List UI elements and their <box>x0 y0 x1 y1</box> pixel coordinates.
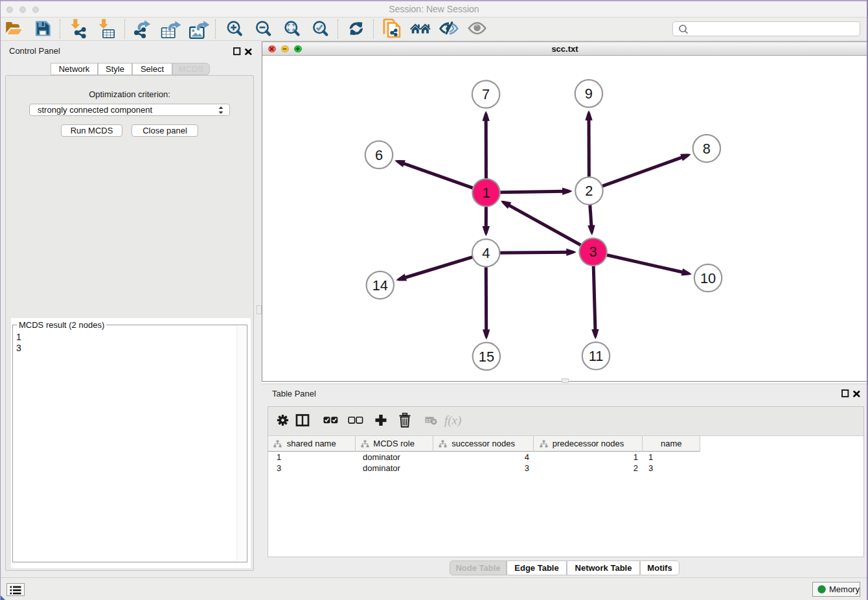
svg-text:8: 8 <box>703 141 711 157</box>
svg-text:3: 3 <box>589 244 597 260</box>
svg-text:1: 1 <box>482 185 490 201</box>
svg-text:4: 4 <box>482 245 490 261</box>
svg-text:15: 15 <box>479 349 494 365</box>
svg-text:9: 9 <box>585 86 593 102</box>
svg-text:2: 2 <box>585 183 593 199</box>
svg-text:11: 11 <box>589 348 604 364</box>
svg-text:7: 7 <box>482 86 490 102</box>
svg-text:f(x): f(x) <box>444 413 461 428</box>
svg-text:6: 6 <box>375 147 383 163</box>
svg-text:10: 10 <box>700 270 716 286</box>
svg-text:14: 14 <box>372 277 388 294</box>
